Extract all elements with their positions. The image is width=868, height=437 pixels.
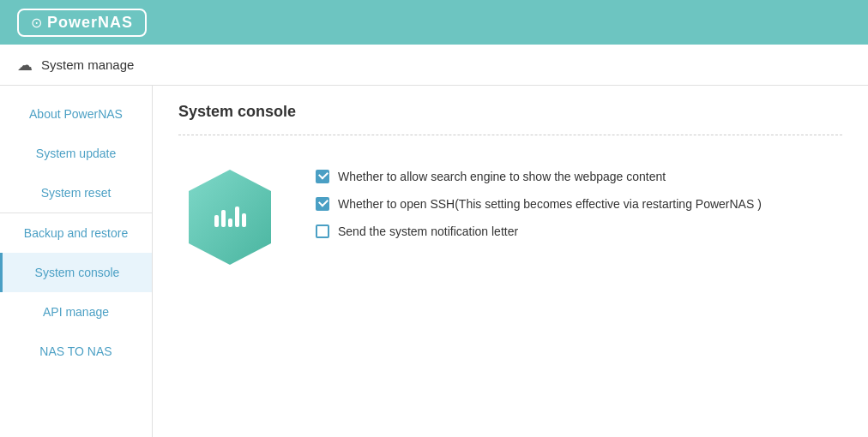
logo: ⊙ PowerNAS xyxy=(17,9,147,37)
options-list: Whether to allow search engine to show t… xyxy=(316,161,762,238)
main-layout: About PowerNAS System update System rese… xyxy=(0,86,868,437)
option-row-2: Whether to open SSH(This setting becomes… xyxy=(316,197,762,211)
checkbox-ssh[interactable] xyxy=(316,197,329,211)
sub-header: ☁ System manage xyxy=(0,45,868,86)
sidebar-item-console[interactable]: System console xyxy=(0,253,152,292)
console-icon xyxy=(214,207,246,227)
app-header: ⊙ PowerNAS xyxy=(0,0,868,45)
system-manage-icon: ☁ xyxy=(17,56,33,75)
checkbox-notification[interactable] xyxy=(316,224,329,238)
sidebar-item-nas2nas[interactable]: NAS TO NAS xyxy=(0,332,152,371)
sidebar-item-api[interactable]: API manage xyxy=(0,292,152,332)
logo-icon: ⊙ xyxy=(31,15,42,31)
page-title: System console xyxy=(178,103,842,121)
sidebar: About PowerNAS System update System rese… xyxy=(0,86,153,437)
sidebar-item-about[interactable]: About PowerNAS xyxy=(0,94,152,134)
option-row-1: Whether to allow search engine to show t… xyxy=(316,170,762,183)
option-label-3: Send the system notification letter xyxy=(338,224,518,238)
content-divider xyxy=(178,135,842,135)
hex-icon-container xyxy=(178,161,281,272)
content-body: Whether to allow search engine to show t… xyxy=(178,161,842,272)
sidebar-item-reset[interactable]: System reset xyxy=(0,173,152,213)
hexagon-icon xyxy=(187,168,273,266)
sub-header-title: System manage xyxy=(41,57,134,72)
checkbox-search-engine[interactable] xyxy=(316,170,329,183)
content-area: System console xyxy=(153,86,868,437)
logo-text: PowerNAS xyxy=(47,14,133,32)
option-label-1: Whether to allow search engine to show t… xyxy=(338,170,666,183)
sidebar-item-update[interactable]: System update xyxy=(0,134,152,173)
sidebar-item-backup[interactable]: Backup and restore xyxy=(0,213,152,253)
option-label-2: Whether to open SSH(This setting becomes… xyxy=(338,197,762,211)
option-row-3: Send the system notification letter xyxy=(316,224,762,238)
